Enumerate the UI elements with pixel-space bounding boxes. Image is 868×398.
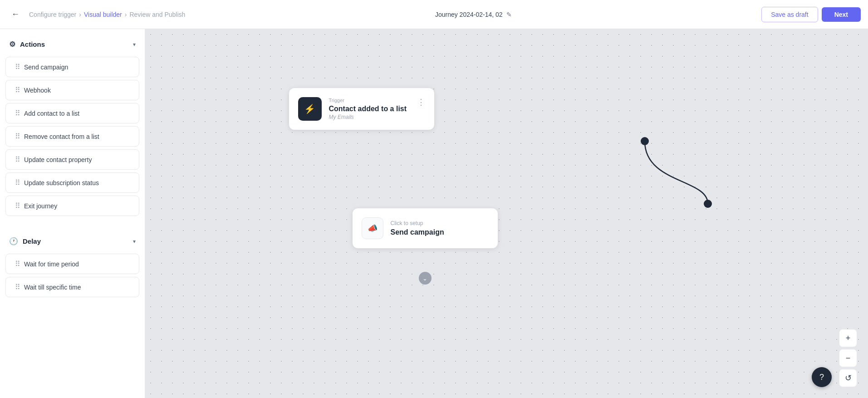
zoom-out-button[interactable]: − [839,349,857,367]
action-campaign-icon: 📣 [368,223,378,233]
trigger-icon-box: ⚡ [298,97,322,121]
action-node[interactable]: 📣 Click to setup Send campaign [353,208,498,248]
drag-handle-icon: ⠿ [15,178,20,187]
drag-handle-icon: ⠿ [15,86,20,94]
delay-section-title: Delay [23,237,41,245]
action-info: Click to setup Send campaign [391,220,489,236]
action-title: Send campaign [391,228,489,236]
sidebar-item-send-campaign[interactable]: ⠿ Send campaign [5,57,139,77]
sidebar: ⚙ Actions ▾ ⠿ Send campaign ⠿ Webhook ⠿ … [0,29,145,398]
breadcrumb-configure-trigger[interactable]: Configure trigger [29,11,76,18]
delay-section-icon: 🕐 [9,237,18,246]
back-button[interactable]: ← [7,6,24,23]
zoom-in-button[interactable]: + [839,329,857,347]
trigger-subtitle: My Emails [329,114,410,120]
canvas: ⚡ Trigger Contact added to a list My Ema… [145,29,868,398]
header-center: Journey 2024-02-14, 02 ✎ [185,11,761,18]
header-actions: Save as draft Next [761,7,861,22]
delay-chevron-icon: ▾ [133,238,136,245]
header: ← Configure trigger › Visual builder › R… [0,0,868,29]
connector-svg [145,29,868,398]
actions-chevron-icon: ▾ [133,41,136,48]
trigger-lightning-icon: ⚡ [304,103,315,114]
journey-name: Journey 2024-02-14, 02 ✎ [435,11,512,18]
sidebar-item-wait-till-specific-time[interactable]: ⠿ Wait till specific time [5,277,139,297]
main-layout: ⚙ Actions ▾ ⠿ Send campaign ⠿ Webhook ⠿ … [0,0,868,398]
sidebar-item-wait-for-time-period[interactable]: ⠿ Wait for time period [5,254,139,274]
add-step-button[interactable]: ⌄ [419,272,432,285]
trigger-info: Trigger Contact added to a list My Email… [329,98,410,120]
edit-journey-name-icon[interactable]: ✎ [506,11,512,18]
breadcrumb-review-publish[interactable]: Review and Publish [129,11,185,18]
breadcrumb: Configure trigger › Visual builder › Rev… [29,11,185,18]
zoom-controls: + − ↺ [839,329,857,387]
delay-section-header[interactable]: 🕐 Delay ▾ [0,233,145,251]
actions-section-title: Actions [20,40,45,48]
action-click-label: Click to setup [391,220,489,226]
sidebar-item-exit-journey[interactable]: ⠿ Exit journey [5,196,139,216]
breadcrumb-visual-builder[interactable]: Visual builder [84,11,122,18]
drag-handle-icon: ⠿ [15,155,20,164]
svg-point-1 [704,200,712,208]
svg-point-0 [641,137,649,145]
chevron-down-icon: ⌄ [422,275,427,282]
zoom-reset-button[interactable]: ↺ [839,369,857,387]
delay-section: 🕐 Delay ▾ ⠿ Wait for time period ⠿ Wait … [0,226,145,307]
drag-handle-icon: ⠿ [15,260,20,268]
actions-section-icon: ⚙ [9,40,15,49]
save-draft-button[interactable]: Save as draft [761,7,818,22]
sidebar-item-update-contact-property[interactable]: ⠿ Update contact property [5,149,139,170]
drag-handle-icon: ⠿ [15,132,20,141]
actions-section: ⚙ Actions ▾ ⠿ Send campaign ⠿ Webhook ⠿ … [0,29,145,226]
next-button[interactable]: Next [822,7,861,22]
drag-handle-icon: ⠿ [15,109,20,118]
trigger-menu-icon[interactable]: ⋮ [417,97,425,107]
sidebar-item-webhook[interactable]: ⠿ Webhook [5,80,139,100]
sidebar-item-update-subscription-status[interactable]: ⠿ Update subscription status [5,172,139,193]
drag-handle-icon: ⠿ [15,283,20,291]
trigger-label: Trigger [329,98,410,103]
action-icon-box: 📣 [362,217,383,239]
sidebar-item-remove-contact-from-list[interactable]: ⠿ Remove contact from a list [5,126,139,147]
trigger-node[interactable]: ⚡ Trigger Contact added to a list My Ema… [289,88,434,130]
drag-handle-icon: ⠿ [15,201,20,210]
actions-section-header[interactable]: ⚙ Actions ▾ [0,36,145,54]
help-button[interactable]: ? [812,367,832,387]
drag-handle-icon: ⠿ [15,63,20,71]
trigger-title: Contact added to a list [329,105,410,113]
sidebar-item-add-contact-to-list[interactable]: ⠿ Add contact to a list [5,103,139,123]
